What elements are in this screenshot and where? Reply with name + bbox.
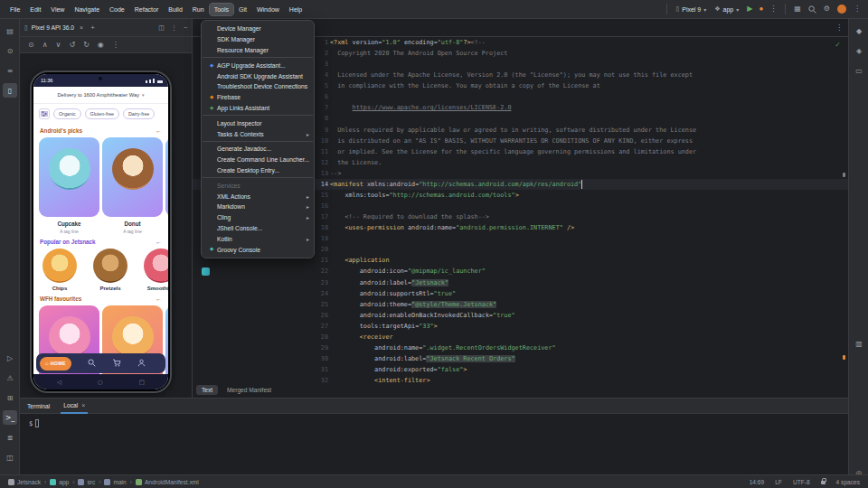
run-button[interactable]: ▶ bbox=[747, 5, 752, 13]
device-tab-label[interactable]: Pixel 9 API 36.0 bbox=[32, 24, 74, 31]
menu-item-troubleshoot-device-connections[interactable]: Troubleshoot Device Connections bbox=[202, 81, 314, 92]
snack-item[interactable]: Smoothies bbox=[144, 249, 168, 291]
breadcrumb-item-src[interactable]: src bbox=[78, 479, 95, 485]
launcher-icon-preview[interactable] bbox=[202, 267, 210, 276]
avatar[interactable] bbox=[837, 5, 846, 14]
search-icon[interactable] bbox=[808, 5, 816, 14]
inspections-ok-icon[interactable]: ✓ bbox=[835, 41, 841, 49]
menu-item-kotlin[interactable]: Kotlin▸ bbox=[202, 233, 314, 244]
snack-card[interactable]: CupcakeA tag line bbox=[39, 137, 99, 234]
status-line-separator[interactable]: LF bbox=[775, 479, 782, 485]
scrollbar-mark[interactable] bbox=[843, 173, 845, 177]
breadcrumb-item-app[interactable]: app bbox=[50, 479, 69, 485]
menu-item-sdk-manager[interactable]: SDK Manager bbox=[202, 34, 314, 45]
snack-card[interactable]: DonutA tag line bbox=[102, 137, 163, 234]
profiler-button[interactable]: ● bbox=[759, 5, 763, 13]
menu-git[interactable]: Git bbox=[234, 4, 251, 15]
panel-more-icon[interactable]: ⋮ bbox=[171, 24, 177, 32]
menu-help[interactable]: Help bbox=[285, 4, 307, 15]
device-selector[interactable]: ▯ Pixel 9 ▾ bbox=[675, 5, 706, 13]
device-manager-icon[interactable]: ▭ bbox=[852, 63, 866, 78]
terminal-output[interactable]: $ bbox=[20, 414, 848, 427]
menu-navigate[interactable]: Navigate bbox=[70, 4, 104, 15]
filters-icon[interactable] bbox=[39, 108, 50, 119]
menu-item-resource-manager[interactable]: Resource Manager bbox=[202, 45, 314, 56]
close-icon[interactable]: × bbox=[81, 402, 85, 408]
problems-icon[interactable]: ⚠ bbox=[3, 371, 17, 385]
menu-item-tasks-contexts[interactable]: Tasks & Contexts▸ bbox=[202, 128, 314, 139]
editor-options-icon[interactable]: ⋮ bbox=[835, 23, 843, 32]
menu-item-groovy-console[interactable]: ◆Groovy Console bbox=[202, 244, 314, 255]
scrollbar-mark[interactable] bbox=[843, 355, 845, 360]
build-tool-icon[interactable]: ⊞ bbox=[3, 390, 17, 405]
volume-down-icon[interactable]: ∨ bbox=[56, 42, 61, 49]
nav-search-icon[interactable] bbox=[88, 359, 96, 368]
snack-card[interactable] bbox=[165, 137, 168, 234]
readonly-lock-icon[interactable] bbox=[821, 481, 826, 484]
menu-item-app-links-assistant[interactable]: ◆App Links Assistant bbox=[202, 103, 314, 114]
terminal-tab-local[interactable]: Local × bbox=[61, 399, 88, 414]
android-home-icon[interactable]: ○ bbox=[98, 379, 103, 386]
menu-item-create-desktop-entry[interactable]: Create Desktop Entry... bbox=[202, 165, 314, 176]
structure-icon[interactable]: ≡ bbox=[3, 63, 17, 78]
menu-item-generate-javadoc[interactable]: Generate Javadoc... bbox=[202, 144, 314, 155]
status-indent[interactable]: 4 spaces bbox=[836, 479, 860, 485]
status-encoding[interactable]: UTF-8 bbox=[793, 479, 810, 485]
run-tool-icon[interactable]: ▷ bbox=[3, 351, 17, 365]
menu-window[interactable]: Window bbox=[252, 4, 284, 15]
project-icon[interactable]: ▤ bbox=[3, 23, 17, 38]
device-explorer-icon[interactable]: ▥ bbox=[852, 336, 866, 351]
snapshot-icon[interactable]: ◉ bbox=[98, 42, 104, 49]
android-back-icon[interactable]: ◁ bbox=[57, 379, 61, 386]
tab-merged-manifest[interactable]: Merged Manifest bbox=[222, 385, 277, 395]
section-arrow-icon[interactable]: ← bbox=[156, 239, 162, 245]
gradle-icon[interactable]: ◈ bbox=[852, 43, 866, 58]
commit-icon[interactable]: ⊙ bbox=[3, 43, 17, 58]
rotate-left-icon[interactable]: ↺ bbox=[69, 42, 75, 49]
menu-item-layout-inspector[interactable]: Layout Inspector bbox=[202, 117, 314, 128]
logcat-icon[interactable]: ≣ bbox=[3, 430, 17, 445]
nav-home-button[interactable]: ⌂ HOME bbox=[40, 357, 71, 371]
running-devices-icon[interactable]: ▯ bbox=[3, 83, 17, 98]
tab-text[interactable]: Text bbox=[196, 385, 218, 395]
menu-item-jshell-console[interactable]: JShell Console... bbox=[202, 223, 314, 234]
menu-view[interactable]: View bbox=[46, 4, 69, 15]
snack-item[interactable]: Pretzels bbox=[93, 249, 127, 291]
power-icon[interactable]: ⊙ bbox=[28, 42, 34, 49]
section-arrow-icon[interactable]: ← bbox=[156, 296, 162, 302]
volume-up-icon[interactable]: ∧ bbox=[42, 42, 48, 49]
run-configuration-selector[interactable]: ❖ app ▾ bbox=[714, 5, 739, 13]
android-recents-icon[interactable]: □ bbox=[139, 379, 145, 386]
menu-item-xml-actions[interactable]: XML Actions▸ bbox=[202, 191, 314, 202]
hide-icon[interactable]: − bbox=[184, 24, 187, 32]
more-actions-icon[interactable]: ⋮ bbox=[769, 5, 777, 13]
status-caret-position[interactable]: 14:69 bbox=[750, 479, 765, 485]
layout-inspector-icon[interactable]: ▦ bbox=[794, 5, 801, 13]
menu-edit[interactable]: Edit bbox=[25, 4, 45, 15]
menu-item-create-command-line-launcher[interactable]: Create Command Line Launcher... bbox=[202, 155, 314, 165]
close-tab-icon[interactable]: × bbox=[80, 24, 83, 31]
section-arrow-icon[interactable]: ← bbox=[156, 127, 162, 134]
window-more-icon[interactable]: ⋮ bbox=[854, 5, 861, 13]
menu-tools[interactable]: Tools bbox=[210, 4, 233, 15]
nav-profile-icon[interactable] bbox=[137, 359, 146, 368]
menu-item-markdown[interactable]: Markdown▸ bbox=[202, 202, 314, 212]
menu-run[interactable]: Run bbox=[188, 4, 209, 15]
delivery-address-bar[interactable]: Delivery to 1600 Amphitheater Way ▾ bbox=[33, 87, 168, 104]
breadcrumb-item-jetsnack[interactable]: Jetsnack bbox=[8, 479, 41, 485]
menu-item-agp-upgrade-assistant[interactable]: ◆AGP Upgrade Assistant... bbox=[202, 60, 314, 70]
rotate-right-icon[interactable]: ↻ bbox=[83, 42, 90, 49]
menu-file[interactable]: File bbox=[5, 4, 24, 15]
menu-code[interactable]: Code bbox=[105, 4, 129, 15]
menu-item-device-manager[interactable]: Device Manager bbox=[202, 23, 314, 34]
add-device-button[interactable]: + bbox=[90, 23, 95, 32]
snack-card[interactable] bbox=[165, 305, 168, 385]
chip-organic[interactable]: Organic bbox=[53, 108, 81, 119]
breadcrumb-item-main[interactable]: main bbox=[104, 479, 126, 485]
nav-cart-icon[interactable] bbox=[112, 359, 121, 368]
phone-screen[interactable]: 11:36 Delivery to 1600 Amphitheater Way … bbox=[33, 74, 168, 389]
device-more-icon[interactable]: ⋮ bbox=[112, 42, 119, 49]
menu-item-android-sdk-upgrade-assistant[interactable]: Android SDK Upgrade Assistant bbox=[202, 70, 314, 81]
chip-dairy-free[interactable]: Dairy-free bbox=[123, 108, 155, 119]
snack-item[interactable]: Chips bbox=[42, 249, 77, 291]
